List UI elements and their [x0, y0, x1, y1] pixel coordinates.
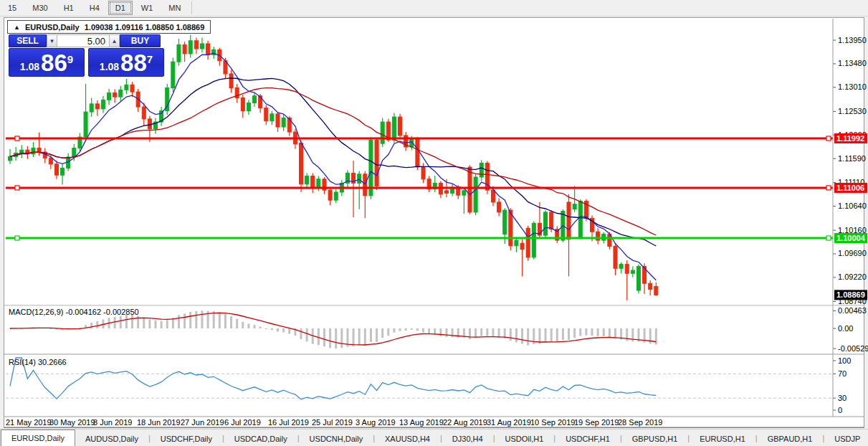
tab-eurusd-daily[interactable]: EURUSD,Daily [1, 430, 75, 446]
macd-signal-line [10, 313, 656, 345]
rsi-line [10, 358, 656, 399]
price-axis: 1.139501.134801.130101.125301.120601.115… [833, 36, 867, 305]
chevron-up-icon: ▲ [112, 38, 118, 44]
svg-text:0: 0 [838, 406, 842, 414]
tab-usdoil-h1[interactable]: USDOil,H1 [495, 431, 554, 446]
chart-title-box[interactable]: ▲ EURUSD,Daily 1.09038 1.09116 1.08850 1… [7, 20, 211, 34]
mt4-window: 15M30H1H4D1W1MN 1.139501.134801.130101.1… [0, 0, 868, 446]
svg-text:18 Jun 2019: 18 Jun 2019 [137, 418, 181, 427]
current-price-label: 1.08869 [834, 290, 867, 300]
macd-axis: 0.004630.00-0.005299 [833, 306, 868, 353]
volume-down-button[interactable]: ▼ [47, 34, 57, 47]
volume-input[interactable] [57, 34, 109, 47]
hline-price-label: 1.11992 [834, 133, 867, 143]
buy-price-pipette: 7 [147, 55, 153, 64]
tab-usdcad-daily[interactable]: USDCAD,Daily [224, 431, 297, 446]
svg-text:22 Aug 2019: 22 Aug 2019 [443, 418, 487, 427]
svg-text:16 Jul 2019: 16 Jul 2019 [268, 418, 309, 427]
svg-text:1.10640: 1.10640 [838, 201, 867, 210]
tab-usdjp[interactable]: USDJP [824, 431, 868, 446]
one-click-trading-panel: SELL ▼ ▲ BUY 1.08 86 9 1.08 88 7 [9, 34, 165, 77]
tab-usdchf-h1[interactable]: USDCHF,H1 [555, 431, 620, 446]
macd-histogram [9, 310, 657, 348]
svg-text:-0.005299: -0.005299 [838, 344, 868, 353]
rsi-levels [6, 374, 833, 398]
sell-price-pipette: 9 [67, 55, 73, 64]
svg-text:1.11590: 1.11590 [838, 154, 866, 163]
buy-price-display[interactable]: 1.08 88 7 [88, 48, 164, 77]
sell-button[interactable]: SELL [9, 34, 47, 47]
svg-text:13 Aug 2019: 13 Aug 2019 [399, 418, 444, 427]
sma-mid-line [10, 78, 656, 246]
tab-xauusd-h4[interactable]: XAUUSD,H4 [375, 431, 440, 446]
svg-text:27 Jun 2019: 27 Jun 2019 [181, 418, 224, 427]
svg-text:0.00: 0.00 [838, 324, 853, 333]
tab-audusd-daily[interactable]: AUDUSD,Daily [75, 431, 148, 446]
svg-text:1.10160: 1.10160 [838, 226, 867, 234]
collapse-triangle-icon[interactable]: ▲ [14, 24, 20, 31]
buy-price-main: 88 [120, 52, 147, 74]
chart-tabs-bar: EURUSD,DailyAUDUSD,Daily|USDCHF,Daily|US… [0, 429, 868, 446]
tab-usdcnh-daily[interactable]: USDCNH,Daily [300, 431, 373, 446]
svg-text:1.09220: 1.09220 [838, 272, 867, 281]
tab-list: EURUSD,DailyAUDUSD,Daily|USDCHF,Daily|US… [1, 430, 868, 446]
trade-panel-prices: 1.08 86 9 1.08 88 7 [9, 48, 165, 77]
tab-gbpusd-h1[interactable]: GBPUSD,H1 [622, 431, 688, 446]
pane-separators [4, 19, 864, 427]
buy-price-prefix: 1.08 [100, 60, 119, 74]
svg-text:25 Jul 2019: 25 Jul 2019 [312, 418, 353, 427]
chart-ohlc-values: 1.09038 1.09116 1.08850 1.08869 [85, 23, 205, 32]
tab-eurusd-h1[interactable]: EURUSD,H1 [690, 431, 755, 446]
hline-price-label: 1.11006 [834, 183, 867, 193]
svg-text:31 Aug 2019: 31 Aug 2019 [487, 418, 531, 427]
svg-text:1.09690: 1.09690 [838, 249, 867, 257]
rsi-indicator-label: RSI(14) 30.2666 [9, 358, 67, 366]
svg-text:6 Jul 2019: 6 Jul 2019 [224, 418, 261, 427]
svg-text:1.13010: 1.13010 [838, 82, 867, 91]
svg-text:28 Sep 2019: 28 Sep 2019 [618, 418, 662, 427]
svg-text:1.13950: 1.13950 [838, 36, 867, 44]
svg-text:1.10004: 1.10004 [836, 234, 866, 242]
svg-text:1.11992: 1.11992 [836, 134, 864, 143]
svg-text:30 May 2019: 30 May 2019 [49, 418, 95, 427]
svg-text:1.12530: 1.12530 [838, 107, 867, 115]
chevron-down-icon: ▼ [49, 38, 55, 44]
sma-slow-line [10, 88, 656, 235]
svg-text:3 Aug 2019: 3 Aug 2019 [356, 418, 396, 427]
tab-usdchf-daily[interactable]: USDCHF,Daily [151, 431, 222, 446]
tab-dj30-h4[interactable]: DJ30,H4 [442, 431, 493, 446]
svg-text:30: 30 [838, 394, 846, 402]
volume-up-button[interactable]: ▲ [109, 34, 120, 47]
svg-text:0.00463: 0.00463 [838, 306, 867, 315]
sell-price-main: 86 [41, 52, 67, 74]
svg-text:100: 100 [838, 356, 851, 365]
buy-button[interactable]: BUY [120, 34, 161, 47]
svg-text:10 Sep 2019: 10 Sep 2019 [530, 418, 575, 427]
ema-fast-line [10, 53, 656, 280]
svg-text:1.08869: 1.08869 [836, 290, 865, 299]
svg-text:8 Jun 2019: 8 Jun 2019 [93, 418, 132, 427]
chart-symbol-label: EURUSD,Daily [25, 23, 80, 32]
svg-text:1.11006: 1.11006 [836, 184, 864, 192]
svg-text:70: 70 [838, 369, 846, 378]
svg-text:19 Sep 2019: 19 Sep 2019 [574, 418, 619, 427]
svg-text:1.13480: 1.13480 [838, 59, 867, 67]
macd-indicator-label: MACD(12,26,9) -0.004162 -0.002850 [9, 308, 139, 316]
sell-price-display[interactable]: 1.08 86 9 [9, 48, 85, 77]
rsi-axis: 10070300 [833, 356, 851, 414]
svg-text:21 May 2019: 21 May 2019 [6, 418, 52, 427]
hline-price-label: 1.10004 [834, 233, 867, 243]
tab-gbpaud-h1[interactable]: GBPAUD,H1 [758, 431, 823, 446]
trade-panel-controls: SELL ▼ ▲ BUY [9, 34, 165, 47]
sell-price-prefix: 1.08 [20, 60, 39, 74]
date-axis: 21 May 201930 May 20198 Jun 201918 Jun 2… [6, 418, 662, 427]
